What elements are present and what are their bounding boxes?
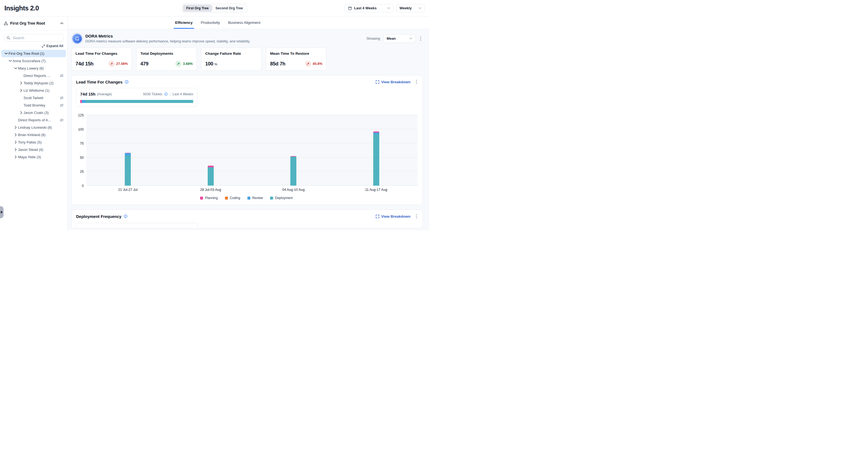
granularity-select[interactable]: Weekly [396, 4, 425, 12]
filter-sliders-icon[interactable] [60, 74, 64, 78]
org-tab-second[interactable]: Second Org Tree [212, 5, 246, 12]
tree-item-label: Brian Kirkland (6) [18, 133, 45, 137]
lead-time-title: Lead Time For Changes [76, 80, 123, 84]
section-tabs: Efficiency Productivity Business Alignme… [68, 17, 429, 29]
summary-period: Last 4 Weeks [173, 92, 193, 96]
tree-chevron-icon[interactable] [13, 133, 18, 136]
deployment-frequency-controls: View Breakdown [376, 213, 418, 219]
tree-item[interactable]: Maya Yette (3) [0, 153, 67, 161]
app-root: Insights 2.0 First Org Tree Second Org T… [0, 0, 429, 230]
dora-text-block: DORA Metrics DORA metrics measure softwa… [85, 34, 250, 43]
x-axis-labels: 21 Jul-27 Jul28 Jul-03 Aug04 Aug-10 Aug1… [87, 186, 417, 193]
expand-all-button[interactable]: Expand All [4, 44, 63, 48]
tree-item-label: Lindsay Liszewski (8) [18, 125, 52, 129]
tree-item[interactable]: Lindsay Liszewski (8) [0, 124, 67, 131]
gridline [87, 143, 417, 143]
metric-card: Mean Time To Restore 85d 7h ↗ 40.8% [266, 48, 327, 70]
metric-value-row: 100 % [205, 61, 257, 67]
chart-plot-area [87, 115, 417, 186]
org-hierarchy-icon [4, 21, 8, 26]
legend-item-coding[interactable]: Coding [225, 196, 240, 200]
dora-title: DORA Metrics [85, 34, 250, 38]
bar-segment-deployment [373, 134, 379, 186]
aggregation-select[interactable]: Mean [383, 34, 416, 43]
view-breakdown-link[interactable]: View Breakdown [376, 214, 410, 219]
tree-item[interactable]: Anna Scozzafava (7) [0, 57, 67, 65]
tab-efficiency[interactable]: Efficiency [175, 17, 193, 29]
filter-sliders-icon[interactable] [60, 118, 64, 122]
tree-item[interactable]: Liz Whittome (1) [0, 87, 67, 94]
metric-title: Change Failure Rate [205, 52, 257, 56]
legend-label: Coding [230, 196, 240, 200]
tree-item[interactable]: Todd Bromley [0, 101, 67, 109]
view-breakdown-link[interactable]: View Breakdown [376, 80, 410, 84]
gridline [87, 171, 417, 171]
tree-chevron-icon[interactable] [13, 67, 18, 69]
date-range-select[interactable]: Last 4 Weeks [345, 4, 394, 12]
filter-sliders-icon[interactable] [60, 96, 64, 100]
metric-title: Lead Time For Changes [75, 52, 128, 56]
tree-chevron-icon[interactable] [19, 82, 24, 85]
tab-productivity[interactable]: Productivity [201, 17, 220, 29]
tree-chevron-icon[interactable] [4, 53, 8, 55]
tree-item[interactable]: Tony Pallas (5) [0, 139, 67, 146]
filter-sliders-icon[interactable] [60, 104, 64, 107]
bar-segment-deployment [208, 168, 214, 186]
sidebar-title: First Org Tree Root [10, 21, 45, 26]
tab-business-alignment[interactable]: Business Alignment [228, 17, 260, 29]
tree-item[interactable]: Brian Kirkland (6) [0, 131, 67, 139]
metric-delta-badge: ↗ 27.56% [108, 61, 128, 67]
metric-title: Mean Time To Restore [270, 52, 322, 56]
tree-item[interactable]: Mary Lowery (6) [0, 65, 67, 72]
stacked-bar[interactable] [208, 166, 214, 186]
distribution-segment-review [82, 100, 86, 103]
legend-item-planning[interactable]: Planning [200, 196, 218, 200]
info-icon[interactable] [124, 214, 127, 218]
stacked-bar[interactable] [290, 156, 297, 186]
metric-value: 100 [205, 61, 213, 67]
tree-chevron-icon[interactable] [13, 148, 18, 151]
y-tick-label: 0 [82, 184, 84, 188]
top-header: Insights 2.0 First Org Tree Second Org T… [0, 0, 429, 17]
tree-item[interactable]: Scott Tarkett [0, 94, 67, 101]
stacked-bar[interactable] [125, 153, 131, 186]
tree-chevron-icon[interactable] [13, 155, 18, 158]
metric-delta-value: 40.8% [313, 62, 322, 66]
tree-chevron-icon[interactable] [19, 89, 24, 92]
lead-time-kebab-menu[interactable] [415, 79, 418, 85]
tree-item[interactable]: Jason Stead (4) [0, 146, 67, 153]
sidebar-collapse-handle[interactable] [0, 206, 4, 218]
tree-item[interactable]: Teddy Wylupski (2) [0, 79, 67, 87]
deployment-frequency-kebab-menu[interactable] [415, 213, 418, 219]
date-range-value: Last 4 Weeks [354, 6, 376, 10]
org-tab-first[interactable]: First Org Tree [183, 5, 212, 12]
legend-item-review[interactable]: Review [247, 196, 263, 200]
legend-item-deployment[interactable]: Deployment [270, 196, 292, 200]
y-tick-label: 50 [80, 156, 84, 159]
y-tick-label: 100 [78, 127, 84, 132]
lead-time-panel-controls: View Breakdown [376, 79, 418, 85]
view-breakdown-label: View Breakdown [381, 80, 410, 84]
info-icon[interactable] [164, 92, 168, 96]
search-box[interactable] [4, 34, 63, 41]
tree-chevron-icon[interactable] [8, 60, 12, 62]
dora-kebab-menu[interactable] [419, 36, 422, 41]
tree-chevron-icon[interactable] [19, 111, 24, 114]
collapse-tree-chevron-up-icon[interactable] [60, 22, 63, 24]
stacked-bar[interactable] [373, 132, 379, 186]
tree-item[interactable]: Jason Coats (3) [0, 109, 67, 116]
tree-item-label: Teddy Wylupski (2) [24, 81, 54, 85]
trend-up-arrow-icon: ↗ [305, 61, 311, 67]
info-icon[interactable] [125, 80, 129, 84]
tree-chevron-icon[interactable] [13, 141, 18, 144]
metric-value-row: 74d 15h ↗ 27.56% [75, 61, 128, 67]
search-input[interactable] [12, 36, 61, 40]
summary-average-qualifier: (Average) [97, 92, 112, 96]
x-tick-label: 04 Aug-10 Aug [282, 188, 305, 192]
metric-value: 74d 15h [75, 61, 94, 67]
tree-item[interactable]: Direct Reports ... [0, 72, 67, 79]
tree-chevron-icon[interactable] [13, 126, 18, 129]
x-tick-label: 21 Jul-27 Jul [118, 188, 137, 192]
tree-item[interactable]: Direct Reports of A... [0, 116, 67, 124]
tree-item[interactable]: First Org Tree Root (1) [1, 50, 66, 57]
